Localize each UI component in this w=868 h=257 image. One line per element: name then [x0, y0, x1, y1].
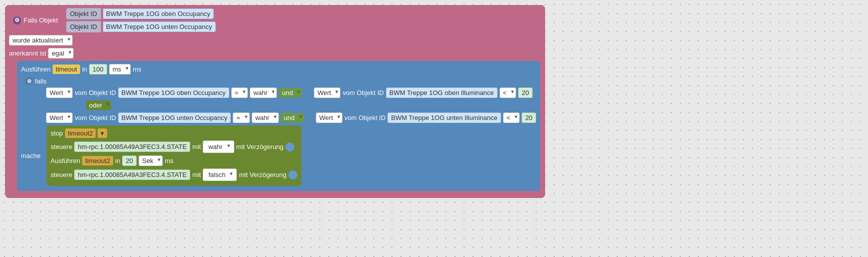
objekt2-cond[interactable]: BWM Treppe 1OG unten Occupancy [118, 112, 231, 123]
green-section: stop timeout2 ▾ steuere hm-rpc.1.00085A4… [47, 126, 301, 186]
vom-objekt-id-label-2b: vom Objekt ID [344, 114, 385, 122]
anerkannt-label: anerkannt ist [9, 50, 46, 57]
mit-verzoegerung-label-2: mit Verzögerung [239, 171, 286, 178]
wert-dropdown-1b[interactable]: Wert [314, 88, 340, 98]
eq-dropdown-2[interactable]: = [233, 112, 250, 123]
timeout2-dropdown[interactable]: ▾ [98, 128, 107, 138]
mit-label-2: mit [192, 171, 201, 178]
vom-objekt-id-label-2: vom Objekt ID [75, 114, 116, 122]
state-path-1[interactable]: hm-rpc.1.00085A49A3FEC3.4.STATE [74, 142, 190, 152]
in-2-label: in [115, 157, 120, 164]
falsch-input-wrapper: falsch [203, 168, 237, 181]
steuere-falsch-row: steuere hm-rpc.1.00085A49A3FEC3.4.STATE … [51, 168, 297, 181]
wert-dropdown-2b[interactable]: Wert [316, 112, 342, 123]
val-100[interactable]: 100 [89, 64, 107, 74]
ms-label-1: ms [133, 66, 141, 73]
objekt-id-label-1: Objekt ID [66, 8, 101, 20]
objekt1-cond[interactable]: BWM Treppe 1OG oben Occupancy [118, 88, 229, 98]
und-dropdown-1[interactable]: und [279, 88, 302, 98]
egal-dropdown[interactable]: egal [48, 48, 74, 58]
in-label: in [82, 66, 87, 73]
verzoegerung-circle-2[interactable] [288, 170, 297, 180]
falls-inner-row: ⚙ falls [25, 77, 536, 85]
condition-row-2: Wert vom Objekt ID BWM Treppe 1OG unten … [46, 112, 536, 123]
ausfuehren-2-row: Ausführen timeout2 in 20 Sek ms [51, 156, 297, 166]
falls-objekt-label: Falls Objekt [24, 16, 58, 24]
wahr-dropdown-2[interactable]: wahr [252, 112, 279, 123]
ms-2-label: ms [165, 157, 173, 164]
condition-row-1: Wert vom Objekt ID BWM Treppe 1OG oben O… [46, 88, 536, 98]
wahr-dropdown-3[interactable]: wahr [205, 142, 231, 152]
lt-dropdown-1[interactable]: < [500, 88, 517, 98]
wahr-input-wrapper: wahr [203, 140, 234, 153]
main-container: ⚙ Falls Objekt Objekt ID BWM Treppe 1OG … [5, 5, 545, 198]
val-20-3[interactable]: 20 [122, 156, 136, 166]
objekt1-value[interactable]: BWM Treppe 1OG oben Occupancy [103, 8, 214, 19]
oder-dropdown[interactable]: oder [86, 100, 111, 110]
wahr-dropdown-1[interactable]: wahr [250, 88, 277, 98]
ms-dropdown-1[interactable]: ms [109, 64, 131, 74]
und-dropdown-2[interactable]: und [281, 113, 304, 122]
ausfuehren-2-label: Ausführen [51, 157, 80, 164]
timeout2-block-1[interactable]: timeout2 [65, 128, 96, 138]
stop-row: stop timeout2 ▾ [51, 128, 297, 138]
objekt-id-label-2: Objekt ID [66, 21, 101, 32]
objekt-id-row-1: Objekt ID BWM Treppe 1OG oben Occupancy [66, 8, 216, 20]
state-path-2[interactable]: hm-rpc.1.00085A49A3FEC3.4.STATE [74, 170, 190, 180]
objekt-unten-illuminance[interactable]: BWM Treppe 1OG unten Illuminance [387, 112, 501, 123]
oder-row: oder [86, 100, 536, 110]
ausfuehren-section: Ausführen timeout in 100 ms ms ⚙ falls W… [17, 61, 540, 191]
lt-dropdown-2[interactable]: < [503, 112, 520, 123]
verzoegerung-circle-1[interactable] [285, 142, 294, 152]
mit-verzoegerung-label-1: mit Verzögerung [236, 143, 284, 150]
falsch-dropdown[interactable]: falsch [205, 170, 234, 180]
ausfuehren-row: Ausführen timeout in 100 ms ms [21, 64, 536, 74]
stop-label: stop [51, 130, 63, 137]
mit-label-1: mit [192, 143, 201, 150]
objekt-oben-illuminance[interactable]: BWM Treppe 1OG oben Illuminance [386, 88, 498, 98]
eq-dropdown-1[interactable]: = [231, 88, 248, 98]
mache-row: mache stop timeout2 ▾ steuere hm-rpc.1.0… [21, 126, 536, 186]
objekt-id-row-2: Objekt ID BWM Treppe 1OG unten Occupancy [66, 21, 216, 32]
val-20-2[interactable]: 20 [522, 112, 536, 123]
wert-dropdown-1[interactable]: Wert [46, 88, 73, 98]
timeout-block[interactable]: timeout [53, 64, 80, 74]
objekt2-value[interactable]: BWM Treppe 1OG unten Occupancy [103, 22, 216, 32]
anerkannt-row: anerkannt ist egal [9, 48, 540, 58]
gear-icon: ⚙ [13, 16, 21, 24]
wurde-aktualisiert-row: wurde aktualisiert [9, 35, 540, 46]
falls-inner-label: falls [35, 78, 47, 85]
ausfuehren-label: Ausführen [21, 66, 51, 73]
wurde-aktualisiert-dropdown[interactable]: wurde aktualisiert [9, 35, 73, 46]
mache-label: mache [21, 152, 41, 160]
steuere-label-2: steuere [51, 171, 72, 178]
steuere-label-1: steuere [51, 143, 72, 150]
falls-gear-icon: ⚙ [25, 77, 33, 85]
steuere-wahr-row: steuere hm-rpc.1.00085A49A3FEC3.4.STATE … [51, 140, 297, 153]
timeout2-block-2[interactable]: timeout2 [82, 156, 113, 166]
val-20-1[interactable]: 20 [518, 88, 532, 98]
wert-dropdown-2[interactable]: Wert [46, 112, 73, 123]
falls-objekt-row: ⚙ Falls Objekt Objekt ID BWM Treppe 1OG … [9, 8, 540, 32]
sek-dropdown[interactable]: Sek [139, 156, 163, 166]
vom-objekt-id-label-1: vom Objekt ID [75, 89, 116, 96]
vom-objekt-id-label-1b: vom Objekt ID [342, 89, 383, 96]
